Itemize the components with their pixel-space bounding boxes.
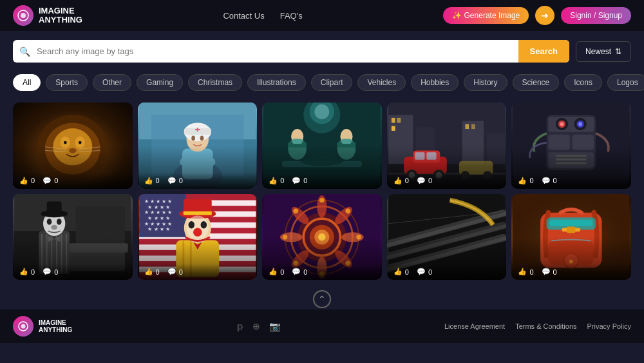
footer-social: 𝕡 ⊕ 📷 xyxy=(237,321,280,331)
categories-bar: AllSportsOtherGamingChristmasIllustratio… xyxy=(0,69,644,96)
footer-links: License Agreement Terms & Conditions Pri… xyxy=(444,322,631,330)
card-stats: 👍 0 💬 0 xyxy=(262,173,382,189)
comment-count: 0 xyxy=(54,177,58,184)
card-stats: 👍 0 💬 0 xyxy=(13,264,133,280)
category-btn-gaming[interactable]: Gaming xyxy=(137,74,183,91)
comment-icon: 💬 xyxy=(417,268,426,276)
logo-text: IMAGINE ANYTHING xyxy=(39,6,82,25)
category-btn-logos[interactable]: Logos xyxy=(607,74,644,91)
nav-faq[interactable]: FAQ's xyxy=(280,11,303,21)
card-stats: 👍 0 💬 0 xyxy=(387,173,507,189)
sort-button[interactable]: Newest ⇅ xyxy=(576,41,631,62)
image-card-5[interactable]: 👍 0 💬 0 xyxy=(511,103,631,189)
like-icon: 👍 xyxy=(393,268,402,276)
like-stat: 👍 0 xyxy=(144,268,160,276)
category-btn-icons[interactable]: Icons xyxy=(564,74,602,91)
like-icon: 👍 xyxy=(144,177,153,185)
like-count: 0 xyxy=(280,268,284,276)
like-count: 0 xyxy=(156,177,160,184)
sort-icon: ⇅ xyxy=(615,47,621,56)
search-input[interactable] xyxy=(37,40,518,63)
category-btn-sports[interactable]: Sports xyxy=(46,74,88,91)
comment-icon: 💬 xyxy=(43,177,52,185)
card-stats: 👍 0 💬 0 xyxy=(387,264,507,280)
comment-count: 0 xyxy=(428,177,432,184)
globe-icon[interactable]: ⊕ xyxy=(252,321,260,331)
pinterest-icon[interactable]: 𝕡 xyxy=(237,321,243,331)
comment-count: 0 xyxy=(553,268,557,276)
like-stat: 👍 0 xyxy=(393,268,409,276)
comment-stat: 💬 0 xyxy=(43,177,58,185)
category-btn-vehicles[interactable]: Vehicles xyxy=(357,74,406,91)
svg-point-1 xyxy=(21,13,26,18)
category-btn-history[interactable]: History xyxy=(464,74,507,91)
image-card-6[interactable]: 👍 0 💬 0 xyxy=(13,194,133,280)
privacy-link[interactable]: Privacy Policy xyxy=(587,322,631,330)
card-stats: 👍 0 💬 0 xyxy=(511,264,631,280)
image-card-7[interactable]: ★ ★ ★ ★ ★ ★ ★ ★ ★ ★ ★ ★ ★ ★ ★ ★ ★ ★ ★ ★ … xyxy=(138,194,258,280)
comment-icon: 💬 xyxy=(292,177,301,185)
image-card-1[interactable]: 👍 0 💬 0 xyxy=(13,103,133,189)
instagram-icon[interactable]: 📷 xyxy=(269,321,280,331)
like-count: 0 xyxy=(156,268,160,276)
image-grid: 👍 0 💬 0 xyxy=(0,96,644,286)
footer: IMAGINE ANYTHING 𝕡 ⊕ 📷 License Agreement… xyxy=(0,309,644,343)
like-count: 0 xyxy=(405,268,409,276)
like-icon: 👍 xyxy=(518,177,527,185)
footer-logo-icon xyxy=(13,316,33,337)
svg-point-170 xyxy=(21,324,26,329)
like-count: 0 xyxy=(529,177,533,184)
comment-count: 0 xyxy=(303,268,307,276)
search-wrapper: 🔍 Search xyxy=(13,40,569,63)
comment-icon: 💬 xyxy=(542,177,551,185)
license-link[interactable]: License Agreement xyxy=(444,322,505,330)
scroll-top-button[interactable]: ⌃ xyxy=(313,290,331,308)
comment-count: 0 xyxy=(303,177,307,184)
like-stat: 👍 0 xyxy=(19,177,35,185)
image-card-2[interactable]: 👍 0 💬 0 xyxy=(138,103,258,189)
card-stats: 👍 0 💬 0 xyxy=(138,173,258,189)
like-icon: 👍 xyxy=(144,268,153,276)
scroll-top-bar: ⌃ xyxy=(0,286,644,309)
search-button[interactable]: Search xyxy=(518,40,569,63)
signin-button[interactable]: Signin / Signup xyxy=(561,7,631,24)
comment-count: 0 xyxy=(428,268,432,276)
sort-label: Newest xyxy=(585,47,611,56)
like-stat: 👍 0 xyxy=(269,177,284,185)
like-count: 0 xyxy=(529,268,533,276)
card-stats: 👍 0 💬 0 xyxy=(511,173,631,189)
like-stat: 👍 0 xyxy=(518,177,533,185)
category-btn-christmas[interactable]: Christmas xyxy=(188,74,242,91)
category-btn-science[interactable]: Science xyxy=(513,74,560,91)
comment-icon: 💬 xyxy=(167,268,176,276)
arrow-button[interactable]: ➜ xyxy=(535,6,554,25)
like-icon: 👍 xyxy=(518,268,527,276)
image-card-8[interactable]: 👍 0 💬 0 xyxy=(262,194,382,280)
category-btn-clipart[interactable]: Clipart xyxy=(311,74,353,91)
nav-contact[interactable]: Contact Us xyxy=(223,11,264,21)
generate-button[interactable]: ✨ Generate Image xyxy=(443,7,529,24)
card-stats: 👍 0 💬 0 xyxy=(138,264,258,280)
logo-icon xyxy=(13,5,33,26)
like-stat: 👍 0 xyxy=(518,268,533,276)
footer-logo: IMAGINE ANYTHING xyxy=(13,316,72,337)
comment-icon: 💬 xyxy=(292,268,301,276)
like-count: 0 xyxy=(405,177,409,184)
like-icon: 👍 xyxy=(269,268,278,276)
category-btn-illustrations[interactable]: Illustrations xyxy=(247,74,306,91)
like-stat: 👍 0 xyxy=(144,177,160,185)
comment-icon: 💬 xyxy=(417,177,426,185)
comment-stat: 💬 0 xyxy=(542,268,557,276)
comment-icon: 💬 xyxy=(167,177,176,185)
image-card-3[interactable]: 👍 0 💬 0 xyxy=(262,103,382,189)
terms-link[interactable]: Terms & Conditions xyxy=(515,322,576,330)
like-count: 0 xyxy=(31,268,35,276)
image-card-4[interactable]: 👍 0 💬 0 xyxy=(387,103,507,189)
like-stat: 👍 0 xyxy=(393,177,409,185)
category-btn-other[interactable]: Other xyxy=(93,74,131,91)
logo: IMAGINE ANYTHING xyxy=(13,5,82,26)
category-btn-hobbies[interactable]: Hobbies xyxy=(411,74,459,91)
category-btn-all[interactable]: All xyxy=(13,74,41,91)
image-card-9[interactable]: 👍 0 💬 0 xyxy=(387,194,507,280)
image-card-10[interactable]: ★ 👍 0 💬 0 xyxy=(511,194,631,280)
